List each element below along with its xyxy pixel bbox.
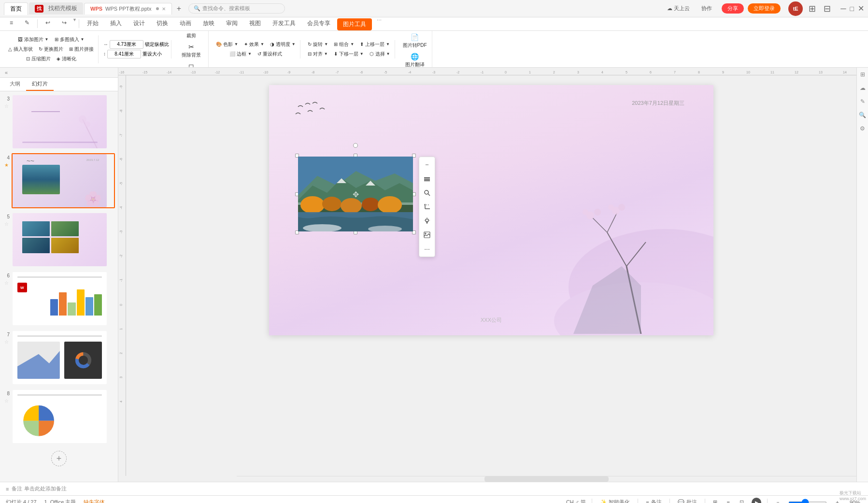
- image-tile-btn[interactable]: ⊞ 图片拼接: [67, 45, 96, 54]
- home-tab[interactable]: 首页: [4, 2, 28, 15]
- outline-tab[interactable]: 大纲: [4, 78, 26, 91]
- group-arrow[interactable]: ▼: [350, 42, 354, 46]
- smart-beauty-btn[interactable]: ✨ 智能美化: [598, 498, 632, 503]
- transparency-btn[interactable]: ◑ 透明度 ▼: [268, 40, 298, 49]
- down-layer-btn[interactable]: ⬇ 下移一层 ▼: [331, 50, 366, 58]
- missing-font[interactable]: 缺失字体: [84, 499, 105, 503]
- slide-item-7[interactable]: 7 ☆: [2, 329, 116, 386]
- effects-btn[interactable]: ✦ 效果 ▼: [242, 40, 267, 49]
- search-bar[interactable]: 🔍 查找命令、搜索模板: [188, 3, 285, 14]
- slide-item-6[interactable]: 6 ☆ W: [2, 270, 116, 327]
- float-crop-btn[interactable]: [420, 200, 434, 214]
- slide-thumb-7[interactable]: [12, 330, 115, 385]
- view-normal-btn[interactable]: ⊞: [711, 498, 719, 503]
- slide-item-3[interactable]: 3 ☆: [2, 93, 116, 150]
- select-arrow[interactable]: ▼: [386, 52, 390, 56]
- set-transparent-btn[interactable]: ◻ 设置透明色: [176, 61, 206, 68]
- replace-image-btn[interactable]: ↻ 更换图片: [36, 45, 66, 54]
- close-button[interactable]: ✕: [858, 4, 864, 13]
- tab-design[interactable]: 设计: [128, 17, 151, 30]
- transparency-arrow[interactable]: ▼: [292, 42, 296, 46]
- multi-image-arrow[interactable]: ▼: [81, 37, 85, 42]
- group-btn[interactable]: ⊞ 组合 ▼: [331, 40, 356, 49]
- float-replace-btn[interactable]: [420, 228, 434, 242]
- slide-star-5[interactable]: ☆: [4, 221, 9, 227]
- slide-thumb-6[interactable]: W: [12, 271, 115, 326]
- right-panel-btn3[interactable]: ✎: [858, 97, 868, 106]
- reset-style-btn[interactable]: ↺ 重设样式: [255, 50, 285, 58]
- slide-thumb-8[interactable]: [12, 389, 115, 444]
- slide-star-3[interactable]: ☆: [4, 103, 9, 109]
- view-outline-btn[interactable]: ≡: [725, 499, 732, 503]
- multi-image-btn[interactable]: ⊞ 多图插入 ▼: [52, 35, 87, 44]
- tab-review[interactable]: 审阅: [220, 17, 243, 30]
- cloud-button[interactable]: ☁ 天上云: [663, 4, 694, 13]
- sharpen-btn[interactable]: ◈ 清晰化: [54, 55, 79, 63]
- border-btn[interactable]: ⬜ 边框 ▼: [227, 50, 254, 58]
- tab-dev[interactable]: 开发工具: [267, 17, 301, 30]
- undo-btn[interactable]: ↩: [40, 17, 56, 30]
- compress-btn[interactable]: ⊡ 压缩图片: [24, 55, 53, 63]
- tab-image-tools[interactable]: 图片工具: [337, 18, 372, 30]
- up-layer-arrow[interactable]: ▼: [386, 42, 390, 46]
- tab-member[interactable]: 会员专享: [301, 17, 336, 30]
- landscape-image[interactable]: [298, 157, 413, 231]
- width-input[interactable]: [110, 40, 143, 49]
- slide-star-8[interactable]: ☆: [4, 398, 9, 403]
- select-btn[interactable]: ⬡ 选择 ▼: [367, 50, 393, 58]
- float-more-btn[interactable]: ···: [420, 242, 434, 256]
- tab-slideshow[interactable]: 放映: [197, 17, 220, 30]
- right-panel-btn4[interactable]: 🔍: [858, 110, 868, 120]
- right-panel-btn2[interactable]: ☁: [858, 83, 868, 93]
- panel-collapse-btn[interactable]: «: [3, 69, 10, 76]
- right-panel-btn1[interactable]: ⊞: [858, 70, 868, 79]
- rotate-btn[interactable]: ↻ 旋转 ▼: [305, 40, 330, 49]
- selected-image-container[interactable]: －: [298, 157, 413, 231]
- height-input[interactable]: [107, 50, 141, 58]
- play-button[interactable]: ▶: [752, 498, 761, 503]
- slide-thumb-3[interactable]: [12, 94, 115, 149]
- add-slide-button[interactable]: +: [51, 451, 67, 466]
- slide-star-4[interactable]: ★: [4, 162, 9, 168]
- slide-thumb-5[interactable]: [12, 212, 115, 267]
- canvas-scroll-area[interactable]: 2023年7月12日星期三: [126, 75, 856, 476]
- window-layout-icon[interactable]: ⊞: [809, 3, 816, 14]
- float-minus-btn[interactable]: －: [420, 158, 434, 172]
- rotate-arrow[interactable]: ▼: [324, 42, 328, 46]
- minimize-button[interactable]: ─: [840, 4, 846, 13]
- tab-cut[interactable]: 切换: [151, 17, 174, 30]
- img-to-pdf-btn[interactable]: 📄 图片转PDF: [400, 32, 430, 50]
- down-layer-arrow[interactable]: ▼: [360, 52, 364, 56]
- view-slide-btn[interactable]: ⊡: [738, 498, 746, 503]
- img-translate-btn[interactable]: 🌐 图片翻译: [402, 51, 427, 68]
- maximize-button[interactable]: □: [850, 5, 854, 13]
- menu-file[interactable]: ≡: [4, 17, 19, 30]
- window-grid-icon[interactable]: ⊟: [824, 3, 831, 14]
- slide-thumb-4[interactable]: 〜〜 2023.7.12 🌸: [12, 153, 115, 208]
- tab-home[interactable]: 开始: [81, 17, 104, 30]
- effects-arrow[interactable]: ▼: [260, 42, 264, 46]
- add-image-btn[interactable]: 🖼 添加图片 ▼: [15, 35, 51, 44]
- color-adj-btn[interactable]: 🎨 色影 ▼: [213, 40, 241, 49]
- file-tab[interactable]: WPS WPS PPT教程.pptx ✕: [84, 3, 172, 14]
- slide-item-5[interactable]: 5 ☆: [2, 211, 116, 268]
- tab-animation[interactable]: 动画: [174, 17, 197, 30]
- color-adj-arrow[interactable]: ▼: [234, 42, 238, 46]
- zoom-out-btn[interactable]: －: [773, 498, 783, 503]
- notes-input-area[interactable]: 备注: [12, 485, 22, 492]
- slides-tab[interactable]: 幻灯片: [26, 78, 54, 91]
- float-light-btn[interactable]: [420, 214, 434, 228]
- up-layer-btn[interactable]: ⬆ 上移一层 ▼: [357, 40, 392, 49]
- redo-btn[interactable]: ↪: [56, 17, 72, 30]
- rotate-handle[interactable]: [353, 143, 358, 148]
- float-layers-btn[interactable]: [420, 172, 434, 186]
- share-button[interactable]: 分享: [722, 3, 744, 14]
- horizontal-scrollbar[interactable]: [237, 476, 856, 482]
- crop-btn[interactable]: ⊡ 裁剪: [183, 31, 200, 41]
- align-arrow[interactable]: ▼: [324, 52, 328, 56]
- remove-bg-btn[interactable]: ✂ 抠除背景: [179, 42, 204, 60]
- float-zoom-btn[interactable]: [420, 186, 434, 200]
- align-btn[interactable]: ⊟ 对齐 ▼: [305, 50, 330, 58]
- comment-btn[interactable]: 💬 批注: [676, 498, 699, 503]
- insert-shape-btn[interactable]: △ 插入形状: [6, 45, 35, 54]
